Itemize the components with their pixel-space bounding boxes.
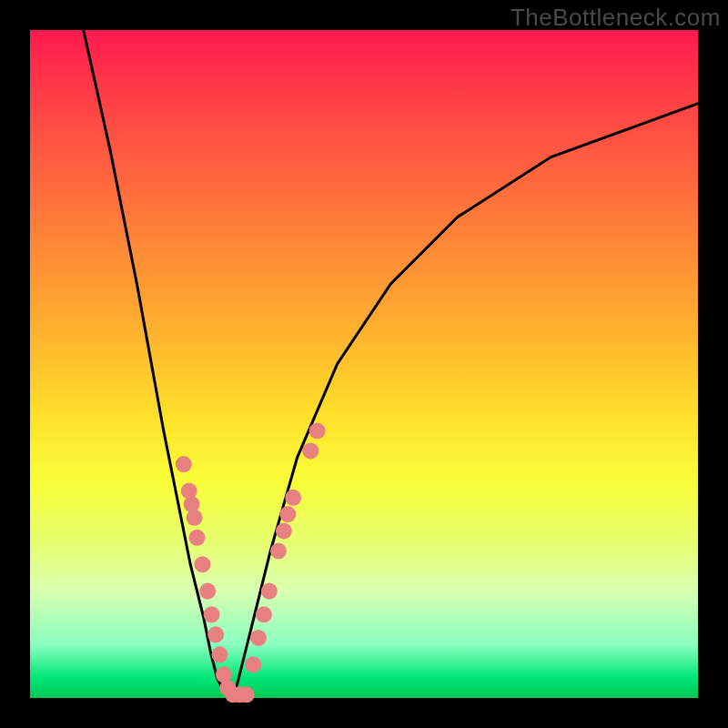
chart-frame: TheBottleneck.com [0, 0, 728, 728]
plot-gradient-background [30, 30, 698, 698]
watermark-text: TheBottleneck.com [511, 4, 721, 32]
